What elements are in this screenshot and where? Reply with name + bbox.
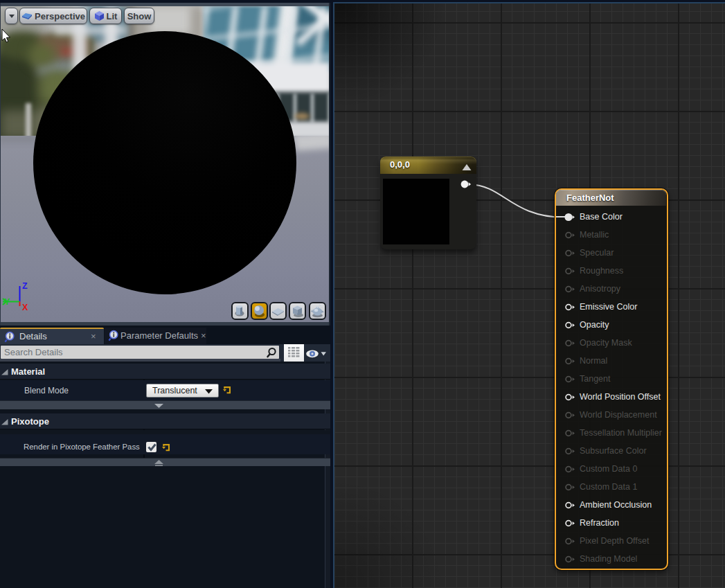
svg-text:Y: Y [4, 297, 10, 307]
svg-text:X: X [22, 303, 28, 312]
svg-text:Z: Z [22, 281, 28, 291]
